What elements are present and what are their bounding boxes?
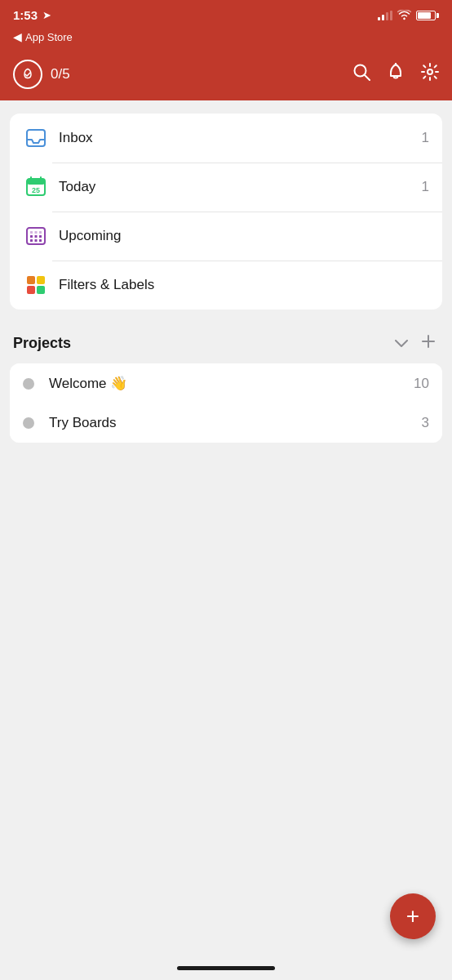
inbox-icon <box>23 125 49 151</box>
today-icon: 25 <box>23 174 49 200</box>
project-dot-welcome <box>23 378 34 390</box>
project-tryboards[interactable]: Try Boards 3 <box>10 403 442 443</box>
karma-section: 0/5 <box>13 60 70 89</box>
today-count: 1 <box>422 179 429 195</box>
karma-circle <box>13 60 42 89</box>
svg-rect-24 <box>37 286 45 294</box>
status-left: 1:53 ➤ <box>13 8 51 22</box>
toolbar: 0/5 <box>0 53 452 100</box>
svg-point-0 <box>403 18 405 20</box>
svg-rect-18 <box>30 231 33 234</box>
svg-rect-17 <box>39 239 42 242</box>
main-content: Inbox 1 25 Today 1 <box>0 100 452 456</box>
nav-menu-card: Inbox 1 25 Today 1 <box>10 114 442 310</box>
upcoming-icon <box>23 223 49 249</box>
svg-rect-16 <box>35 239 38 242</box>
back-label: App Store <box>25 31 73 43</box>
settings-icon[interactable] <box>421 63 439 86</box>
upcoming-label: Upcoming <box>59 228 429 244</box>
status-right <box>378 10 439 20</box>
signal-icon <box>378 11 392 20</box>
today-item[interactable]: 25 Today 1 <box>10 163 442 212</box>
toolbar-right <box>352 63 439 86</box>
filters-item[interactable]: Filters & Labels <box>10 261 442 310</box>
projects-section: Projects Welcome 👋 <box>10 326 442 443</box>
project-count-welcome: 10 <box>414 376 429 392</box>
projects-header: Projects <box>10 326 442 360</box>
inbox-label: Inbox <box>59 130 422 146</box>
project-dot-tryboards <box>23 417 34 429</box>
svg-line-2 <box>365 75 370 81</box>
add-task-button[interactable]: + <box>390 893 436 939</box>
inbox-item[interactable]: Inbox 1 <box>10 114 442 163</box>
nav-bar: ◀ App Store <box>0 25 452 53</box>
svg-rect-21 <box>27 276 35 284</box>
status-bar: 1:53 ➤ <box>0 0 452 25</box>
location-icon: ➤ <box>42 9 51 21</box>
header: 1:53 ➤ <box>0 0 452 100</box>
inbox-count: 1 <box>422 130 429 146</box>
svg-rect-23 <box>27 286 35 294</box>
svg-rect-15 <box>30 239 33 242</box>
svg-rect-7 <box>27 179 45 185</box>
search-icon[interactable] <box>352 63 370 86</box>
notification-icon[interactable] <box>387 63 405 86</box>
project-count-tryboards: 3 <box>422 415 429 431</box>
wifi-icon <box>397 10 411 20</box>
svg-rect-19 <box>35 231 38 234</box>
back-nav[interactable]: ◀ App Store <box>13 30 73 43</box>
filters-label: Filters & Labels <box>59 277 429 293</box>
today-label: Today <box>59 179 422 195</box>
status-time: 1:53 <box>13 8 38 22</box>
svg-rect-14 <box>39 235 42 238</box>
projects-add-icon[interactable] <box>421 332 436 354</box>
svg-point-4 <box>428 69 432 74</box>
svg-rect-13 <box>35 235 38 238</box>
svg-rect-12 <box>30 235 33 238</box>
projects-actions <box>395 332 436 354</box>
filters-icon <box>23 272 49 298</box>
project-name-welcome: Welcome 👋 <box>49 375 414 392</box>
karma-score: 0/5 <box>51 66 70 82</box>
svg-text:25: 25 <box>32 186 40 194</box>
projects-title: Projects <box>13 335 395 352</box>
project-welcome[interactable]: Welcome 👋 10 <box>10 363 442 403</box>
svg-rect-22 <box>37 276 45 284</box>
projects-card: Welcome 👋 10 Try Boards 3 <box>10 363 442 443</box>
projects-collapse-icon[interactable] <box>395 335 408 352</box>
battery-icon <box>416 11 439 20</box>
karma-check-icon <box>20 67 35 82</box>
back-arrow-icon: ◀ <box>13 30 22 43</box>
upcoming-item[interactable]: Upcoming <box>10 212 442 261</box>
add-icon: + <box>406 905 419 928</box>
project-name-tryboards: Try Boards <box>49 415 422 431</box>
svg-rect-20 <box>39 231 42 234</box>
home-indicator <box>177 966 275 970</box>
